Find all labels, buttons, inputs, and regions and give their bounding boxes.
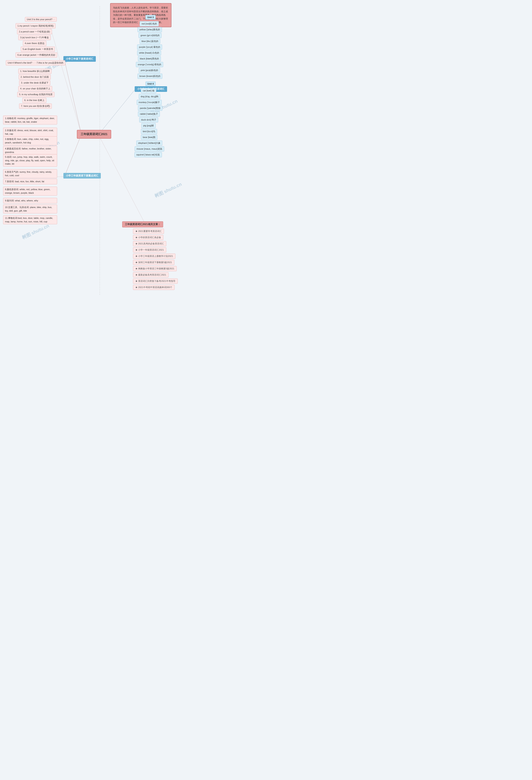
key-item-7: 7.形容词: bad, nice, fun, little, short, fa… [3,179,57,184]
r-unit4-cat: cat [kæt] 猫 [141,88,156,93]
r-unit3-green: green [gri:n]绿色的 [139,33,161,38]
key-item-2: 2.衣服名词: dress, vest, blouse, skirt, shir… [3,128,57,137]
watermark-5: 树图 shutu.cn [154,181,183,199]
r-unit3-white: white [hwait] 白色的 [137,50,161,55]
key-item-6: 6.形容天气的: sunny, fine, cloudy, rainy, win… [3,169,57,178]
r-unit4-pig: pig [pɪg]猪 [141,123,156,128]
r-unit3-pink: pink [pɪŋk]粉色的 [139,68,160,73]
unit3-item-2: 2.a pencil case 一个铅笔盒(袋) [17,29,52,34]
unit4-item-3: 3. under the desk 在课桌下 [19,80,50,86]
unit4-item-5: 5. in my schoolbag 在我的书包里 [17,92,54,97]
r-unit3-orange: orange ['ɔrɪndʒ] 橙色的 [136,62,163,67]
key-item-3: 3.食物名词: bun, cake, chip, coke, nut, egg,… [3,136,57,145]
unit4-item-6: 6. in the tree 在树上 [22,98,46,103]
r-unit4-monkey: monkey ['mʌŋki]猴子 [137,100,162,105]
key-item-8: 8.颜色形容词: white, red, yellow, blue, green… [3,187,57,196]
svg-line-4 [100,89,135,133]
unit4-header-left: Unit 4 Where's the bird? · · · 7.this is… [6,60,65,65]
central-node: 三年级英语词汇2021 [77,130,111,139]
unit4-item-4: 4. on your chair 在你的椅子上 [18,86,52,91]
r-unit4-bird: bird [bɜ:d]鸟 [141,129,157,134]
key-item-5: 5.动词: run, jump, hop, skip, walk, swim, … [3,154,57,167]
r-unit3-purple: purple ['pɜ:pl] 紫色的 [137,45,162,50]
section-key-vocab: 小学三年级英语下册重点词汇 [63,173,101,179]
unit3-item-5: 5.an English book 一本英语书 [21,47,55,52]
key-item-10: 10.交通工具、玩具名词: plane, bike, ship, bus, to… [3,204,57,213]
related-item-8[interactable]: ★ 最新必备高考英语词汇2021 [133,272,168,278]
related-item-2[interactable]: ★ 小学的英语词汇表必备 [133,235,163,240]
watermark-3: 树图 shutu.cn [21,223,50,241]
unit3-item-3: 3.(a) lunch box (一个)午餐盒 [18,35,51,40]
svg-line-3 [64,135,81,177]
r-unit3-yellow: yellow ['jelәu]黄色的 [138,27,162,32]
related-item-10[interactable]: ★ 2021中考初中英语高频单词300个 [133,285,175,290]
r-unit4-mouse: mouse ]maus, mauz]老鼠 [135,146,164,151]
r-unit4-dog: dog [dɔg, dɑ:g]狗 [139,94,160,99]
r-unit3-brown: brown [braʊn]棕色的 [138,74,162,79]
key-item-1: 1.动物名词: monkey, giraffe, tiger, elephant… [3,115,57,125]
related-item-3[interactable]: ★ 2021高考的必备英语词汇 [133,241,166,246]
unit3-item-1: 1.my pencil / crayon 我的铅笔(蜡笔) [15,23,55,29]
related-item-1[interactable]: ★ 2021重要常考英语词汇 [133,229,164,234]
central-label: 三年级英语词汇2021 [81,132,107,136]
r-unit4-panda: panda ['pændə]熊猫 [138,106,162,111]
unit3-header-right: Unit 3 [145,15,156,19]
key-item-11: 11.事物名词:bed, box, door, table, mop, cand… [3,215,57,224]
related-item-4[interactable]: ★ 小学一年级英语词汇2021 [133,247,166,252]
related-item-5[interactable]: ★ 小学三年级英语上册教学计划2021 [133,253,176,259]
unit4-item-1: 1. how beautiful 多(么)美丽啊 [18,68,52,74]
r-unit4-duck: duck dʌk] 鸭子 [139,117,158,123]
key-item-9: 9.疑问词: what, who, where, why [3,198,57,203]
r-unit4-bear: bear [beə]熊 [141,135,157,140]
r-unit4-elephant: elephant ['elɪfənt]大象 [136,141,162,146]
key-item-4: 4.家庭成员名词: father, mother, brother, siste… [3,146,57,155]
r-unit4-rabbit: rabbit ['ræbɪt]兔子 [138,111,160,116]
unit3-item-6: 6.an orange jacket 一件橘色的夹克衫 [15,52,57,58]
section-lower-grade3: 小学三年级下册英语词汇 [63,56,96,62]
r-unit4-squirrel: squirrel ['skwɜ:rəl] 松鼠 [135,152,162,157]
svg-line-2 [64,60,81,133]
unit3-item-4: 4.over there 在那边 [23,41,46,46]
related-item-7[interactable]: ★ 闽教版小学英语三年级教案5篇2021 [133,266,177,271]
related-item-9[interactable]: ★ 英语词汇归类复习备考2021中考指导 [133,279,178,284]
unit4-item-7: 7. here you are 给你(拿去吧) [19,103,52,109]
unit4-header-right: Unit 4 [145,82,156,86]
unit3-header-left: Unit 3 Is this your pencil? · · [25,17,57,21]
r-unit3-blue: blue [blu:]蓝色的 [140,39,160,44]
section-related: 三年级英语词汇2021相关文章： [122,221,163,227]
r-unit3-black: black [blæk]黑色的 [138,56,161,61]
unit4-item-2: 2. behind the door 在门后面 [19,75,51,80]
r-unit3-red: red [red]红色的 [140,21,159,27]
related-item-6[interactable]: ★ 深圳三年级英语下册教案5篇2021 [133,260,174,265]
